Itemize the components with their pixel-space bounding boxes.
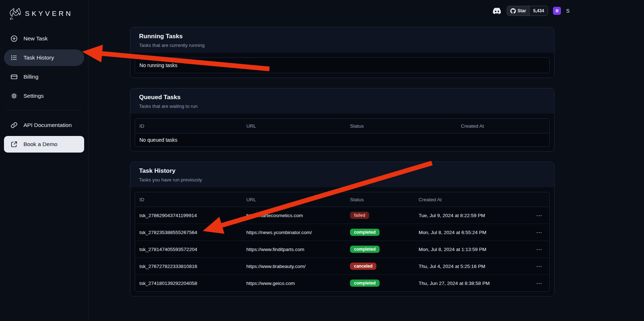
status-badge: completed [350, 280, 380, 287]
queued-tasks-card: Queued Tasks Tasks that are waiting to r… [130, 88, 554, 151]
column-header-id: ID [135, 123, 242, 129]
table-row[interactable]: tsk_278629043741199914 https://tartecosm… [135, 207, 549, 224]
column-header-url: URL [242, 123, 346, 129]
column-header-created-at: Created At [414, 197, 529, 202]
column-header-status: Status [346, 197, 414, 202]
row-actions-button[interactable]: ⋯ [529, 263, 549, 270]
task-url: https://www.finditparts.com [242, 247, 346, 252]
skyvern-dragon-icon [8, 6, 22, 21]
task-created-at: Thu, Jul 4, 2024 at 5:25:16 PM [414, 264, 529, 269]
table-header-row: ID URL Status Created At [135, 119, 549, 133]
column-header-status: Status [346, 123, 457, 129]
sidebar-item-label: Book a Demo [23, 141, 57, 148]
column-header-id: ID [135, 197, 242, 202]
task-created-at: Mon, Jul 8, 2024 at 1:13:59 PM [414, 247, 529, 252]
task-url: https://www.geico.com [242, 281, 346, 286]
status-badge: canceled [350, 263, 376, 270]
gear-icon [10, 92, 18, 100]
credit-card-icon [10, 73, 18, 80]
task-id: tsk_276727822333810816 [135, 264, 242, 269]
card-title: Task History [139, 167, 545, 175]
table-row[interactable]: tsk_278235388555267564 https://news.ycom… [135, 224, 549, 241]
list-icon [10, 54, 18, 61]
discord-icon [492, 8, 502, 14]
sidebar-item-billing[interactable]: Billing [4, 69, 84, 85]
sidebar-nav: New Task Task History Billing [4, 30, 84, 153]
link-icon [10, 122, 18, 129]
external-link-icon [10, 141, 18, 148]
task-history-header: Task History Tasks you have run previous… [130, 162, 554, 187]
row-actions-button[interactable]: ⋯ [529, 229, 549, 236]
discord-link[interactable] [492, 8, 502, 14]
logo-wordmark: SKYVERN [25, 10, 73, 18]
github-star-count[interactable]: 5,434 [529, 6, 548, 16]
main-content: Running Tasks Tasks that are currently r… [130, 27, 554, 307]
github-icon [510, 8, 516, 14]
sidebar-item-api-documentation[interactable]: API Documentation [4, 117, 84, 133]
queued-tasks-body: ID URL Status Created At No queued tasks [130, 114, 554, 151]
logo: SKYVERN [4, 5, 84, 30]
card-subtitle: Tasks that are currently running [139, 43, 545, 48]
running-tasks-table: No running tasks [135, 57, 550, 73]
status-badge: completed [350, 229, 380, 236]
sidebar-item-label: Task History [23, 54, 54, 61]
task-history-table: ID URL Status Created At tsk_27862904374… [135, 192, 550, 292]
card-title: Running Tasks [139, 33, 545, 40]
task-url: https://tartecosmetics.com [242, 213, 346, 218]
cut-off-text: S [566, 8, 569, 14]
status-badge: failed [350, 212, 369, 219]
github-star-segment[interactable]: Star [507, 6, 529, 16]
task-id: tsk_278147405593572204 [135, 247, 242, 252]
book-a-demo-button[interactable]: Book a Demo [4, 136, 84, 153]
table-row[interactable]: tsk_278147405593572204 https://www.findi… [135, 241, 549, 258]
running-tasks-card: Running Tasks Tasks that are currently r… [130, 27, 554, 78]
sidebar-item-label: Settings [23, 93, 44, 99]
column-header-created-at: Created At [457, 123, 549, 129]
task-created-at: Tue, Jul 9, 2024 at 8:22:59 PM [414, 213, 529, 218]
running-tasks-header: Running Tasks Tasks that are currently r… [130, 27, 554, 53]
sidebar-divider [6, 110, 82, 110]
task-id: tsk_278235388555267564 [135, 230, 242, 235]
task-history-card: Task History Tasks you have run previous… [130, 162, 554, 296]
task-url: https://news.ycombinator.com/ [242, 230, 346, 235]
column-header-url: URL [242, 197, 346, 202]
sidebar-item-label: API Documentation [23, 122, 72, 128]
running-tasks-body: No running tasks [130, 53, 554, 78]
sidebar-item-new-task[interactable]: New Task [4, 30, 84, 47]
plus-circle-icon [10, 35, 18, 42]
topbar: Star 5,434 R S [492, 6, 570, 16]
card-subtitle: Tasks that are waiting to run [139, 104, 545, 109]
task-id: tsk_278629043741199914 [135, 213, 242, 218]
table-row[interactable]: tsk_274180139292204058 https://www.geico… [135, 275, 549, 291]
sidebar-item-label: New Task [23, 35, 48, 42]
task-id: tsk_274180139292204058 [135, 281, 242, 286]
task-created-at: Thu, Jun 27, 2024 at 8:38:58 PM [414, 281, 529, 286]
sidebar-item-task-history[interactable]: Task History [4, 49, 84, 66]
task-created-at: Mon, Jul 8, 2024 at 6:55:24 PM [414, 230, 529, 235]
sidebar: SKYVERN New Task Task History [0, 0, 88, 321]
card-title: Queued Tasks [139, 94, 545, 101]
github-star-button[interactable]: Star 5,434 [507, 6, 548, 16]
queued-tasks-table: ID URL Status Created At No queued tasks [135, 118, 550, 147]
row-actions-button[interactable]: ⋯ [529, 212, 549, 219]
avatar[interactable]: R [553, 7, 561, 15]
table-header-row: ID URL Status Created At [135, 192, 549, 207]
skyvern-app: SKYVERN New Task Task History [0, 0, 644, 321]
empty-state: No queued tasks [135, 133, 549, 146]
sidebar-item-label: Billing [23, 74, 38, 80]
card-subtitle: Tasks you have run previously [139, 177, 545, 183]
sidebar-item-settings[interactable]: Settings [4, 88, 84, 104]
task-url: https://www.tirabeauty.com/ [242, 264, 346, 269]
github-star-label: Star [518, 8, 526, 13]
task-history-body: ID URL Status Created At tsk_27862904374… [130, 187, 554, 296]
row-actions-button[interactable]: ⋯ [529, 280, 549, 287]
status-badge: completed [350, 246, 380, 253]
table-row[interactable]: tsk_276727822333810816 https://www.tirab… [135, 258, 549, 275]
queued-tasks-header: Queued Tasks Tasks that are waiting to r… [130, 88, 554, 114]
empty-state: No running tasks [135, 58, 549, 73]
row-actions-button[interactable]: ⋯ [529, 246, 549, 253]
